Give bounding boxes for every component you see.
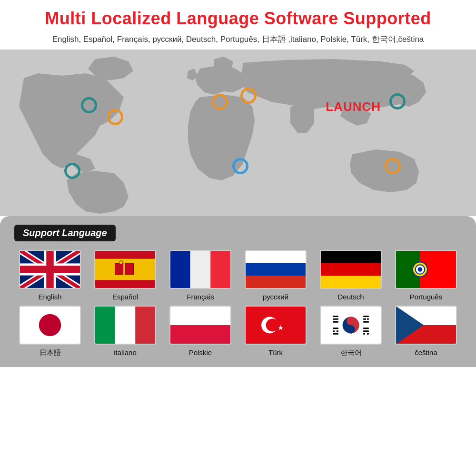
language-item-english: English <box>14 250 86 301</box>
flag-russia <box>245 250 307 289</box>
svg-point-29 <box>418 267 423 272</box>
flag-spain <box>94 250 156 289</box>
svg-rect-16 <box>170 250 190 288</box>
language-item-korean: 한국어 <box>315 306 387 357</box>
language-item-spanish: Español <box>89 250 161 301</box>
page-title: Multi Localized Language Software Suppor… <box>10 9 466 29</box>
subtitle: English, Español, Français, русский, Deu… <box>10 33 466 46</box>
flag-france <box>169 250 231 289</box>
svg-rect-35 <box>170 306 230 325</box>
map-container: LAUNCH <box>0 50 476 216</box>
svg-rect-14 <box>125 263 133 274</box>
world-map-svg <box>0 50 476 216</box>
svg-rect-19 <box>246 250 306 263</box>
support-language-section: Support Language <box>0 216 476 367</box>
svg-rect-33 <box>115 306 136 344</box>
language-name-polish: Polskie <box>189 348 212 357</box>
flag-italy <box>94 306 156 345</box>
top-section: Multi Localized Language Software Suppor… <box>0 0 476 46</box>
language-name-german: Deutsch <box>337 293 364 301</box>
svg-point-43 <box>347 317 355 325</box>
flag-poland <box>169 306 231 345</box>
flag-czech <box>395 306 457 345</box>
flag-korea <box>320 306 382 345</box>
language-item-russian: русский <box>240 250 311 301</box>
language-name-turkish: Türk <box>268 348 283 357</box>
language-name-portuguese: Português <box>410 293 442 301</box>
language-item-polish: Polskie <box>165 306 236 357</box>
svg-rect-34 <box>135 306 155 344</box>
language-item-italian: italiano <box>89 306 161 357</box>
svg-rect-23 <box>321 263 381 276</box>
svg-rect-9 <box>20 266 80 273</box>
language-name-korean: 한국어 <box>340 348 362 357</box>
svg-rect-18 <box>210 250 230 288</box>
map-pin-3 <box>64 163 80 179</box>
svg-rect-36 <box>170 325 230 344</box>
map-pin-6 <box>389 93 406 109</box>
language-item-german: Deutsch <box>315 250 387 301</box>
svg-point-31 <box>39 314 61 336</box>
svg-rect-12 <box>115 263 123 274</box>
language-item-french: Français <box>165 250 236 301</box>
map-pin-8 <box>385 158 401 174</box>
flag-turkey <box>245 306 307 345</box>
language-name-italian: italiano <box>114 348 137 357</box>
svg-rect-32 <box>95 306 115 344</box>
language-name-english: English <box>38 293 61 301</box>
svg-rect-22 <box>321 250 381 263</box>
svg-point-39 <box>266 318 279 331</box>
svg-rect-13 <box>123 263 125 274</box>
svg-rect-21 <box>246 276 306 288</box>
svg-point-44 <box>347 325 355 333</box>
language-item-turkish: Türk <box>240 306 311 357</box>
flag-portugal <box>395 250 457 289</box>
svg-rect-20 <box>246 263 306 276</box>
map-pin-2 <box>107 109 123 125</box>
language-item-czech: čeština <box>390 306 462 357</box>
language-name-russian: русский <box>263 293 288 301</box>
flag-germany <box>320 250 382 289</box>
language-name-japanese: 日本語 <box>40 348 61 357</box>
language-name-spanish: Español <box>112 293 138 301</box>
svg-rect-24 <box>321 276 381 288</box>
language-item-portuguese: Português <box>390 250 462 301</box>
map-pin-1 <box>81 97 97 113</box>
launch-brand: LAUNCH <box>326 99 381 114</box>
map-pin-7 <box>232 158 248 174</box>
support-language-label: Support Language <box>14 225 116 241</box>
flags-grid: English Español <box>14 250 462 357</box>
flag-japan <box>19 306 81 345</box>
language-name-czech: čeština <box>415 348 437 357</box>
map-pin-5 <box>240 88 257 104</box>
svg-point-15 <box>119 260 123 264</box>
language-item-japanese: 日本語 <box>14 306 86 357</box>
svg-rect-17 <box>190 250 211 288</box>
page-container: Multi Localized Language Software Suppor… <box>0 0 476 367</box>
map-pin-4 <box>212 94 228 110</box>
flag-uk <box>19 250 81 289</box>
language-name-french: Français <box>187 293 214 301</box>
